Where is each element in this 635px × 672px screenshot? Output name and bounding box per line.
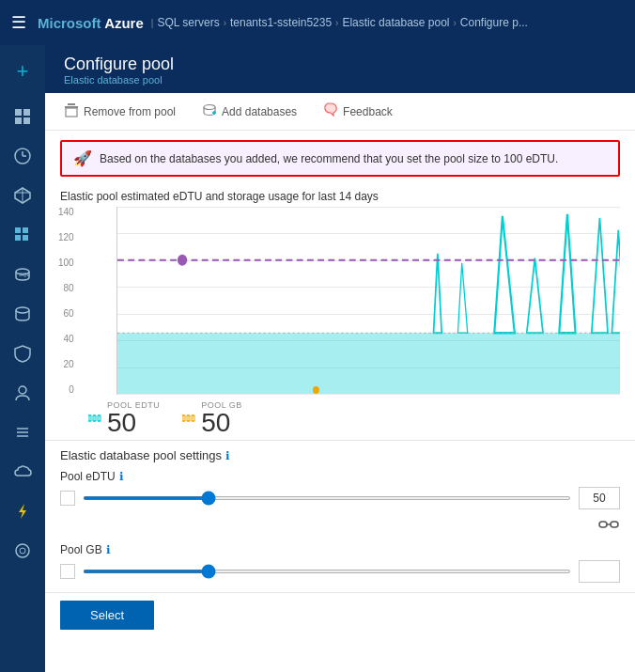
pool-edtu-slider-container	[83, 489, 571, 508]
svg-marker-34	[527, 258, 543, 334]
breadcrumb-sql-servers[interactable]: SQL servers	[157, 16, 219, 29]
svg-marker-21	[19, 504, 26, 519]
pool-edtu-slider[interactable]	[83, 496, 571, 500]
toolbar: Remove from pool Add databases Feedback	[45, 93, 635, 131]
sidebar-cube-icon[interactable]	[4, 177, 41, 214]
settings-info-icon[interactable]: ℹ	[225, 449, 230, 462]
y-label-140: 140	[58, 207, 74, 217]
sidebar-grid-icon[interactable]	[4, 216, 41, 254]
pool-edtu-thumb	[60, 491, 75, 506]
sidebar-clock-icon[interactable]	[4, 137, 41, 175]
remove-from-pool-button[interactable]: Remove from pool	[60, 101, 179, 122]
svg-rect-42	[88, 415, 101, 421]
legend-pool-edtu: POOL EDTU 50	[88, 400, 160, 436]
svg-rect-25	[68, 103, 75, 105]
svg-rect-11	[23, 227, 28, 233]
svg-rect-48	[599, 522, 607, 527]
sidebar-puzzle-icon[interactable]	[4, 532, 41, 570]
select-button[interactable]: Select	[60, 601, 154, 630]
svg-marker-35	[559, 214, 575, 333]
svg-rect-45	[182, 415, 195, 421]
svg-point-23	[20, 548, 25, 554]
svg-rect-26	[66, 108, 77, 117]
add-databases-button[interactable]: Add databases	[198, 101, 301, 122]
svg-marker-37	[612, 230, 620, 333]
sidebar-list-icon[interactable]	[4, 414, 41, 451]
chart-y-labels: 140 120 100 80 60 40 20 0	[58, 207, 74, 395]
svg-text:SQL: SQL	[19, 272, 31, 277]
chart-legend: POOL EDTU 50 POOL GB 50	[45, 395, 635, 440]
svg-marker-36	[592, 218, 608, 333]
sidebar-lightning-icon[interactable]	[4, 492, 41, 530]
legend-pool-gb: POOL GB 50	[182, 400, 242, 436]
svg-rect-2	[15, 117, 22, 124]
sidebar-cloud-icon[interactable]	[4, 453, 41, 491]
page-header: Configure pool Elastic database pool	[45, 45, 635, 93]
pool-gb-color	[182, 412, 195, 425]
chart-section: Elastic pool estimated eDTU and storage …	[45, 186, 635, 395]
sidebar-shield-icon[interactable]	[4, 335, 41, 372]
pool-edtu-value: 50	[107, 410, 160, 436]
feedback-label: Feedback	[343, 105, 393, 118]
y-label-40: 40	[58, 334, 74, 344]
footer-bar: Select	[45, 592, 635, 637]
sidebar-person-icon[interactable]	[4, 374, 41, 412]
svg-rect-0	[15, 109, 22, 116]
app-logo: Microsoft Azure	[38, 15, 144, 31]
link-icon[interactable]	[597, 515, 620, 538]
chart-title: Elastic pool estimated eDTU and storage …	[60, 190, 620, 203]
svg-point-27	[204, 105, 215, 110]
y-label-20: 20	[58, 359, 74, 369]
pool-edtu-setting: Pool eDTU ℹ 50	[60, 470, 620, 509]
y-label-80: 80	[58, 283, 74, 293]
pool-gb-thumb	[60, 564, 75, 579]
pool-gb-info-icon[interactable]: ℹ	[106, 543, 111, 556]
breadcrumb-tenant[interactable]: tenants1-sstein5235	[230, 16, 332, 29]
pool-edtu-value-box: 50	[579, 487, 620, 509]
pool-gb-slider-container	[83, 562, 571, 581]
pool-gb-slider[interactable]	[83, 570, 571, 573]
sidebar-db-icon[interactable]	[4, 295, 41, 333]
svg-rect-12	[15, 235, 21, 241]
svg-point-17	[19, 386, 26, 394]
pool-edtu-setting-label: Pool eDTU ℹ	[60, 470, 620, 483]
svg-rect-1	[23, 109, 30, 116]
sidebar-dashboard-icon[interactable]	[4, 98, 41, 135]
svg-rect-13	[23, 235, 28, 241]
settings-section: Elastic database pool settings ℹ Pool eD…	[45, 440, 635, 592]
svg-point-16	[16, 307, 29, 313]
breadcrumb-configure[interactable]: Configure p...	[460, 16, 528, 29]
feedback-icon	[323, 102, 338, 120]
sidebar: + SQL	[0, 45, 45, 672]
breadcrumb-pool[interactable]: Elastic database pool	[342, 16, 449, 29]
pool-edtu-info-icon[interactable]: ℹ	[119, 470, 124, 483]
settings-title: Elastic database pool settings ℹ	[60, 448, 620, 462]
main-content: Configure pool Elastic database pool Rem…	[45, 45, 635, 672]
pool-gb-value-box	[579, 560, 620, 583]
sidebar-add-icon[interactable]: +	[4, 53, 41, 90]
add-databases-icon	[202, 102, 217, 120]
page-subtitle: Elastic database pool	[64, 74, 616, 86]
hamburger-icon[interactable]: ☰	[11, 12, 26, 33]
svg-point-22	[16, 544, 29, 557]
add-databases-label: Add databases	[222, 105, 297, 118]
y-label-60: 60	[58, 308, 74, 319]
breadcrumb: | SQL servers › tenants1-sstein5235 › El…	[151, 16, 528, 29]
pool-edtu-color	[88, 412, 101, 425]
svg-point-39	[178, 255, 187, 266]
sidebar-sql-icon[interactable]: SQL	[4, 256, 41, 293]
svg-point-40	[313, 386, 319, 394]
pool-gb-setting-label: Pool GB ℹ	[60, 543, 620, 556]
rocket-icon: 🚀	[73, 149, 92, 167]
y-label-0: 0	[58, 384, 74, 395]
pool-gb-value: 50	[201, 410, 242, 436]
y-label-100: 100	[58, 258, 74, 268]
svg-marker-32	[457, 263, 467, 334]
svg-marker-33	[494, 216, 515, 333]
chart-svg	[117, 207, 620, 394]
feedback-button[interactable]: Feedback	[319, 101, 396, 122]
svg-marker-31	[434, 254, 442, 334]
banner-text: Based on the databases you added, we rec…	[100, 152, 558, 165]
page-title: Configure pool	[64, 55, 616, 74]
remove-icon	[64, 102, 79, 120]
